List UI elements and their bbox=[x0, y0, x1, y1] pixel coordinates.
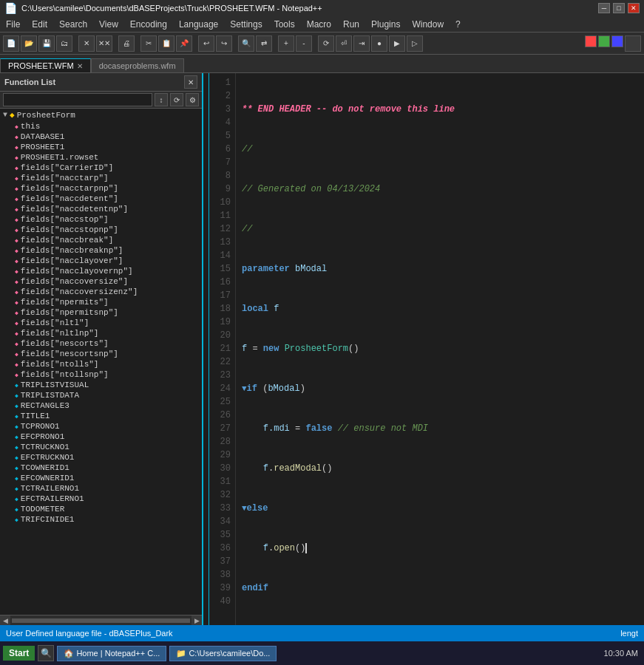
tree-root-item[interactable]: ▼ ◆ ProsheetForm bbox=[0, 109, 202, 121]
tree-item-efctruckno1[interactable]: ◆ EFCTRUCKNO1 bbox=[0, 452, 202, 463]
tb-extra1[interactable] bbox=[585, 35, 597, 47]
tb-replace[interactable]: ⇄ bbox=[256, 35, 272, 52]
line-numbers: 12345 678910 1112131415 1617181920 21222… bbox=[209, 73, 236, 625]
tree-item-title1[interactable]: ◆ TITLE1 bbox=[0, 411, 202, 421]
tb-cut[interactable]: ✂ bbox=[140, 35, 157, 52]
tb-paste[interactable]: 📌 bbox=[176, 35, 192, 52]
tab-docaseproblems[interactable]: docaseproblems.wfm bbox=[91, 58, 184, 72]
tree-item-naccbreak[interactable]: ◆ fields["naccbreak"] bbox=[0, 235, 202, 245]
tree-item-tcprono1[interactable]: ◆ TCPRONO1 bbox=[0, 421, 202, 432]
taskbar-app-notepad[interactable]: 🏠 Home | Notepad++ C... bbox=[57, 646, 166, 661]
tree-item-trifcinide1[interactable]: ◆ TRIFCINIDE1 bbox=[0, 514, 202, 525]
tree-item-prosheet1rowset[interactable]: ◆ PROSHEET1.rowset bbox=[0, 152, 202, 163]
tree-item-nltl[interactable]: ◆ fields["nltl"] bbox=[0, 318, 202, 328]
menu-file[interactable]: File bbox=[0, 16, 26, 32]
tree-item-naccstopnp[interactable]: ◆ fields["naccstopnp"] bbox=[0, 225, 202, 235]
tb-redo[interactable]: ↪ bbox=[216, 35, 232, 52]
tree-item-naccoversize[interactable]: ◆ fields["naccoversize"] bbox=[0, 276, 202, 287]
tree-item-todometer[interactable]: ◆ TODOMETER bbox=[0, 504, 202, 514]
tb-save[interactable]: 💾 bbox=[38, 35, 55, 52]
tb-zoom-in[interactable]: + bbox=[278, 35, 294, 52]
tree-item-naccdetentnp[interactable]: ◆ fields["naccdetentnp"] bbox=[0, 204, 202, 214]
tree-item-database1[interactable]: ◆ DATABASE1 bbox=[0, 132, 202, 142]
fl-scroll-right[interactable]: ▶ bbox=[191, 615, 202, 626]
tree-item-naccstop[interactable]: ◆ fields["naccstop"] bbox=[0, 214, 202, 225]
tree-item-efcownerid1[interactable]: ◆ EFCOWNERID1 bbox=[0, 473, 202, 483]
tree-item-rectangle3[interactable]: ◆ RECTANGLE3 bbox=[0, 400, 202, 411]
tb-macro2[interactable]: ▶ bbox=[389, 35, 405, 52]
tree-item-nacclayovernp[interactable]: ◆ fields["nacclayovernp"] bbox=[0, 266, 202, 276]
tree-item-prosheet1[interactable]: ◆ PROSHEET1 bbox=[0, 142, 202, 152]
fl-sort-btn[interactable]: ↕ bbox=[155, 93, 168, 106]
tb-find[interactable]: 🔍 bbox=[238, 35, 254, 52]
menu-settings[interactable]: Settings bbox=[224, 16, 268, 32]
tb-new[interactable]: 📄 bbox=[3, 35, 19, 52]
code-content[interactable]: 12345 678910 1112131415 1617181920 21222… bbox=[203, 73, 644, 625]
tree-item-ntolls[interactable]: ◆ fields["ntolls"] bbox=[0, 359, 202, 369]
fl-reload-btn[interactable]: ⟳ bbox=[170, 93, 183, 106]
tree-item-npermitsnp[interactable]: ◆ fields["npermitsnp"] bbox=[0, 307, 202, 318]
menu-window[interactable]: Window bbox=[406, 16, 450, 32]
fl-scroll-left[interactable]: ◀ bbox=[0, 615, 10, 626]
tree-item-naccoversizenz[interactable]: ◆ fields["naccoversizenz"] bbox=[0, 287, 202, 297]
tree-item-efcprono1[interactable]: ◆ EFCPRONO1 bbox=[0, 432, 202, 442]
tb-extra2[interactable] bbox=[598, 35, 610, 47]
tree-item-tctruckno1[interactable]: ◆ TCTRUCKNO1 bbox=[0, 442, 202, 452]
tb-close[interactable]: ✕ bbox=[78, 35, 95, 52]
menu-tools[interactable]: Tools bbox=[268, 16, 301, 32]
tree-item-naccdetent[interactable]: ◆ fields["naccdetent"] bbox=[0, 194, 202, 204]
taskbar-search-icon[interactable]: 🔍 bbox=[38, 645, 54, 661]
tree-item-triplistdata[interactable]: ◆ TRIPLISTDATA bbox=[0, 390, 202, 400]
code-editor[interactable]: ** END HEADER -- do not remove this line… bbox=[236, 73, 644, 625]
tb-extra3[interactable] bbox=[611, 35, 623, 47]
tb-indent[interactable]: ⇥ bbox=[353, 35, 370, 52]
tree-item-triplistvisual[interactable]: ◆ TRIPLISTVISUAL bbox=[0, 380, 202, 390]
menu-run[interactable]: Run bbox=[337, 16, 365, 32]
tree-item-nescortsnp[interactable]: ◆ fields["nescortsnp"] bbox=[0, 349, 202, 359]
function-list-search[interactable] bbox=[3, 93, 152, 106]
menu-view[interactable]: View bbox=[93, 16, 124, 32]
tb-print[interactable]: 🖨 bbox=[118, 35, 135, 52]
maximize-button[interactable]: □ bbox=[613, 3, 625, 13]
tree-item-nacclayover[interactable]: ◆ fields["nacclayover"] bbox=[0, 256, 202, 266]
tb-extra4[interactable] bbox=[625, 35, 641, 52]
tree-item-carrierid[interactable]: ◆ fields["CarrierID"] bbox=[0, 163, 202, 173]
start-button[interactable]: Start bbox=[3, 646, 35, 661]
function-list-tree[interactable]: ▼ ◆ ProsheetForm ◆ this ◆ DATABASE1 ◆ PR… bbox=[0, 109, 202, 615]
menu-edit[interactable]: Edit bbox=[26, 16, 53, 32]
menu-help[interactable]: ? bbox=[450, 16, 467, 32]
tb-sync[interactable]: ⟳ bbox=[318, 35, 334, 52]
tree-item-npermits[interactable]: ◆ fields["npermits"] bbox=[0, 297, 202, 307]
tree-item-ntollsnp[interactable]: ◆ fields["ntollsnp"] bbox=[0, 369, 202, 380]
tree-item-nescorts[interactable]: ◆ fields["nescorts"] bbox=[0, 338, 202, 349]
menu-language[interactable]: Language bbox=[173, 16, 224, 32]
fl-settings-btn[interactable]: ⚙ bbox=[186, 93, 199, 106]
tab-prosheet[interactable]: PROSHEET.WFM ✕ bbox=[0, 58, 91, 72]
tree-item-tctrailerno1[interactable]: ◆ TCTRAILERNO1 bbox=[0, 483, 202, 494]
taskbar-app-explorer[interactable]: 📁 C:\Users\camilee\Do... bbox=[169, 646, 277, 661]
menu-plugins[interactable]: Plugins bbox=[365, 16, 406, 32]
tab-prosheet-close[interactable]: ✕ bbox=[77, 62, 83, 70]
tb-run[interactable]: ▷ bbox=[407, 35, 423, 52]
tree-item-tcownerid1[interactable]: ◆ TCOWNERID1 bbox=[0, 463, 202, 473]
tb-wrap[interactable]: ⏎ bbox=[336, 35, 352, 52]
tree-item-nacctarp[interactable]: ◆ fields["nacctarp"] bbox=[0, 173, 202, 183]
tb-copy[interactable]: 📋 bbox=[158, 35, 174, 52]
menu-encoding[interactable]: Encoding bbox=[124, 16, 173, 32]
tb-save-all[interactable]: 🗂 bbox=[56, 35, 72, 52]
tb-macro[interactable]: ● bbox=[371, 35, 387, 52]
tree-item-nacctarpnp[interactable]: ◆ fields["nacctarpnp"] bbox=[0, 183, 202, 194]
tb-close-all[interactable]: ✕✕ bbox=[96, 35, 112, 52]
close-button[interactable]: ✕ bbox=[628, 3, 640, 13]
tree-item-naccbreaknp[interactable]: ◆ fields["naccbreaknp"] bbox=[0, 245, 202, 256]
tree-item-this[interactable]: ◆ this bbox=[0, 121, 202, 132]
menu-macro[interactable]: Macro bbox=[301, 16, 337, 32]
tree-item-efctrailerno1[interactable]: ◆ EFCTRAILERNO1 bbox=[0, 494, 202, 504]
minimize-button[interactable]: ─ bbox=[598, 3, 610, 13]
tb-zoom-out[interactable]: - bbox=[296, 35, 312, 52]
tree-item-nltlnp[interactable]: ◆ fields["nltlnp"] bbox=[0, 328, 202, 338]
fl-close-btn[interactable]: ✕ bbox=[184, 75, 197, 89]
tb-open[interactable]: 📂 bbox=[21, 35, 37, 52]
menu-search[interactable]: Search bbox=[53, 16, 93, 32]
tb-undo[interactable]: ↩ bbox=[198, 35, 214, 52]
